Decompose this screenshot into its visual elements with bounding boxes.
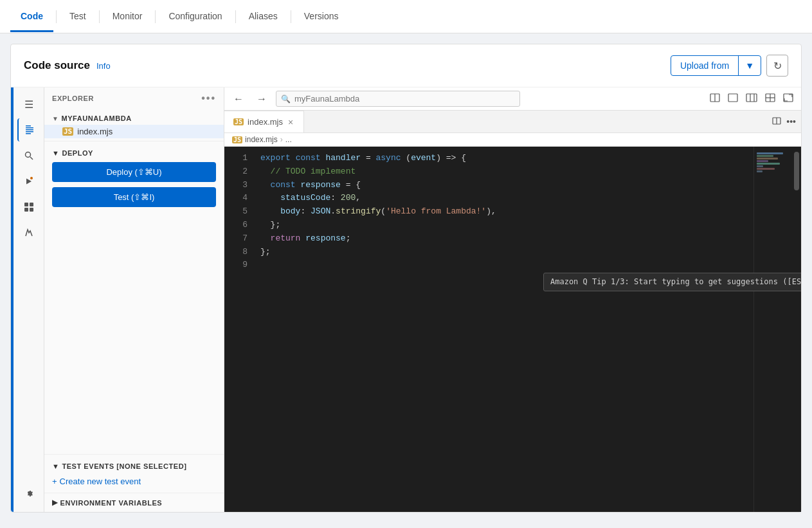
info-link[interactable]: Info: [96, 61, 111, 71]
svg-rect-3: [26, 131, 33, 132]
tab-divider-5: [291, 10, 291, 23]
editor-toolbar: ← → 🔍: [224, 87, 801, 111]
env-vars-header[interactable]: ▶ ENVIRONMENT VARIABLES: [52, 498, 216, 507]
split-editor-button[interactable]: [772, 116, 781, 127]
search-bar: 🔍: [276, 91, 520, 107]
line-numbers: 1 2 3 4 5 6 7 8 9: [224, 147, 255, 512]
code-content[interactable]: 1 2 3 4 5 6 7 8 9 export const handler =…: [224, 147, 801, 512]
breadcrumb-js-icon: JS: [232, 136, 242, 143]
layout-triple-icon[interactable]: [743, 91, 760, 107]
svg-rect-1: [26, 127, 33, 129]
search-input[interactable]: [276, 91, 520, 107]
minimap-line-4: [757, 160, 768, 162]
nav-forward-button[interactable]: →: [253, 91, 271, 107]
layout-double-icon[interactable]: [725, 91, 741, 107]
layout-single-icon[interactable]: [707, 91, 723, 107]
minimap-line-3: [757, 158, 778, 159]
tab-monitor[interactable]: Monitor: [102, 2, 153, 32]
layout-grid-icon[interactable]: [762, 91, 778, 107]
explorer-title: EXPLORER: [52, 95, 94, 102]
extensions-icon[interactable]: [17, 196, 41, 219]
upload-from-button[interactable]: Upload from ▼: [671, 55, 761, 76]
breadcrumb-more: ...: [285, 135, 292, 144]
scrollbar-thumb[interactable]: [794, 152, 799, 190]
minimap-line-1: [757, 152, 783, 154]
create-event-label: Create new test event: [60, 477, 141, 486]
tab-configuration[interactable]: Configuration: [158, 2, 232, 32]
svg-rect-10: [24, 208, 28, 212]
settings-icon[interactable]: [17, 481, 41, 504]
tab-code[interactable]: Code: [10, 2, 53, 32]
deploy-arrow-icon: ▼: [52, 149, 59, 157]
js-file-icon: JS: [62, 127, 73, 136]
minimap-line-2: [757, 155, 773, 157]
tab-divider-2: [99, 10, 100, 23]
minimap-line-6: [757, 165, 763, 167]
tab-more-button[interactable]: •••: [786, 116, 796, 127]
svg-point-7: [30, 177, 33, 179]
env-vars-arrow-icon: ▶: [52, 498, 58, 507]
search-sidebar-icon[interactable]: [17, 144, 41, 167]
sidebar-icons: ☰: [14, 87, 44, 512]
create-test-event-link[interactable]: + Create new test event: [52, 475, 216, 487]
tab-filename: index.mjs: [248, 117, 283, 127]
test-events-title: TEST EVENTS [NONE SELECTED]: [62, 462, 186, 470]
code-line-9: Amazon Q Tip 1/3: Start typing to get su…: [255, 259, 753, 298]
svg-rect-21: [784, 94, 793, 102]
svg-rect-9: [30, 203, 33, 206]
svg-rect-15: [746, 94, 757, 102]
minimap-lines: [754, 147, 792, 178]
code-lines[interactable]: export const handler = async (event) => …: [255, 147, 753, 512]
amazon-q-tooltip: Amazon Q Tip 1/3: Start typing to get su…: [543, 273, 801, 291]
tab-test[interactable]: Test: [59, 2, 96, 32]
folder-section: ▼ MYFAUNALAMBDA JS index.mjs: [44, 109, 224, 141]
code-source-header: Code source Info Upload from ▼ ↻: [11, 44, 801, 87]
explorer-more-button[interactable]: •••: [201, 93, 216, 104]
svg-rect-0: [26, 125, 31, 127]
editor-tab-index-mjs[interactable]: JS index.mjs ×: [224, 111, 304, 132]
breadcrumb-bar: JS index.mjs › ...: [224, 133, 801, 147]
deploy-header[interactable]: ▼ DEPLOY: [52, 147, 216, 162]
file-item-index-mjs[interactable]: JS index.mjs: [44, 125, 224, 138]
tab-js-icon: JS: [233, 118, 244, 125]
code-line-7: return response;: [255, 232, 753, 246]
layout-fullscreen-icon[interactable]: [780, 91, 796, 107]
code-line-1: export const handler = async (event) => …: [255, 152, 753, 165]
folder-name: MYFAUNALAMBDA: [61, 114, 131, 122]
test-events-arrow-icon: ▼: [52, 462, 59, 470]
folder-myfaunalambda[interactable]: ▼ MYFAUNALAMBDA: [44, 112, 224, 125]
upload-dropdown-arrow-icon[interactable]: ▼: [738, 56, 761, 75]
test-events-section: ▼ TEST EVENTS [NONE SELECTED] + Create n…: [44, 454, 224, 493]
code-line-3: const response = {: [255, 179, 753, 192]
plus-icon: +: [52, 477, 57, 486]
file-name-index-mjs: index.mjs: [77, 127, 113, 136]
explorer-icon[interactable]: [17, 118, 41, 141]
svg-rect-14: [728, 94, 737, 102]
code-line-2: // TODO implement: [255, 165, 753, 179]
code-line-4: statusCode: 200,: [255, 192, 753, 205]
svg-line-6: [30, 157, 33, 159]
menu-icon[interactable]: ☰: [17, 93, 41, 116]
minimap-line-7: [757, 168, 775, 170]
tab-versions[interactable]: Versions: [294, 2, 349, 32]
tab-bar-actions: •••: [767, 116, 801, 127]
deploy-title: DEPLOY: [62, 149, 93, 157]
folder-arrow-icon: ▼: [52, 115, 59, 122]
aws-lambda-icon[interactable]: [17, 221, 41, 244]
refresh-button[interactable]: ↻: [766, 55, 788, 77]
nav-back-button[interactable]: ←: [230, 91, 248, 107]
code-line-6: };: [255, 219, 753, 232]
code-editor-pane: ← → 🔍: [224, 87, 801, 512]
test-button[interactable]: Test (⇧⌘I): [52, 187, 216, 207]
tab-aliases[interactable]: Aliases: [239, 2, 288, 32]
upload-btn-label: Upload from: [671, 56, 738, 75]
header-actions: Upload from ▼ ↻: [671, 55, 788, 77]
run-debug-icon[interactable]: [17, 170, 41, 193]
code-line-8: };: [255, 246, 753, 259]
deploy-button[interactable]: Deploy (⇧⌘U): [52, 162, 216, 182]
test-events-header[interactable]: ▼ TEST EVENTS [NONE SELECTED]: [52, 460, 216, 475]
tab-bar: JS index.mjs × •••: [224, 111, 801, 133]
tab-close-button[interactable]: ×: [287, 117, 294, 127]
deploy-section: ▼ DEPLOY Deploy (⇧⌘U) Test (⇧⌘I): [44, 141, 224, 217]
vertical-scrollbar[interactable]: [792, 147, 801, 512]
